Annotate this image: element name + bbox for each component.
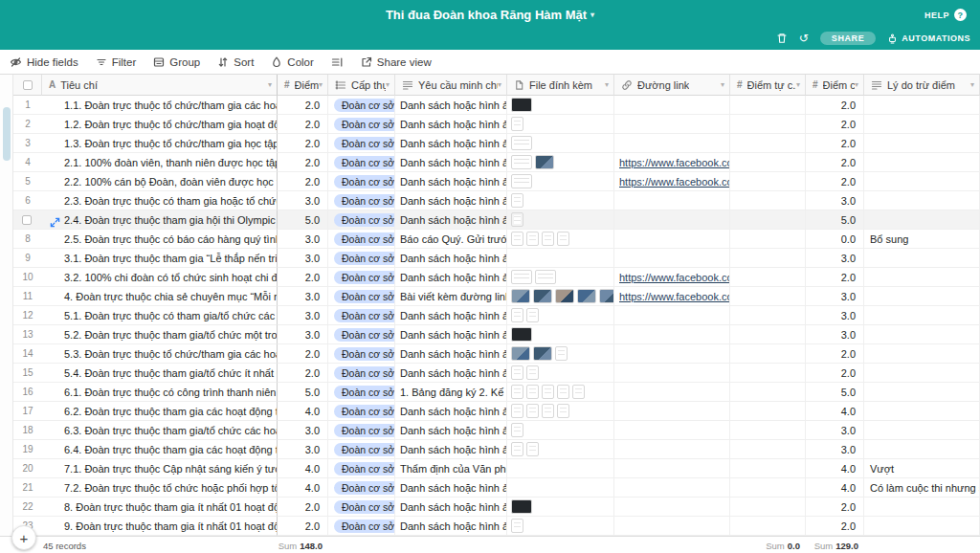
cell-diem[interactable]: 2.0 [278, 153, 328, 172]
attachment-thumbnail[interactable] [511, 385, 523, 399]
row-handle-cell[interactable]: 2 [13, 115, 42, 134]
cell-diem-tu-cham[interactable] [730, 230, 806, 249]
cell-ly-do-tru-diem[interactable] [864, 402, 980, 421]
cell-tieu-chi[interactable]: 5.4. Đoàn trực thuộc tham gia/tổ chức ít… [42, 364, 278, 383]
attachment-thumbnail[interactable] [511, 327, 532, 342]
column-header-cap[interactable]: Cấp thự...▾ [328, 75, 395, 96]
chevron-down-icon[interactable]: ▾ [721, 80, 724, 89]
cell-diem-tu-cham[interactable] [730, 402, 806, 421]
row-handle-cell[interactable]: 12 [13, 306, 42, 325]
cell-diem-cham[interactable]: 2.0 [806, 115, 864, 134]
cell-file-dinh-kem[interactable] [507, 249, 614, 268]
cell-yeu-cau-minh-chung[interactable]: Danh sách hoặc hình ảnh (... [395, 325, 507, 344]
cell-diem-cham[interactable]: 5.0 [806, 210, 864, 230]
cell-duong-link[interactable] [614, 96, 730, 115]
row-handle-cell[interactable]: 16 [13, 383, 42, 402]
cell-ly-do-tru-diem[interactable] [864, 517, 980, 536]
attachment-thumbnail[interactable] [526, 308, 539, 322]
chevron-down-icon[interactable]: ▾ [498, 80, 501, 89]
cell-tieu-chi[interactable]: 6.1. Đoàn trực thuộc có công trình thanh… [42, 383, 278, 402]
cell-duong-link[interactable]: https://www.facebook.com... [614, 287, 730, 306]
cell-diem-cham[interactable]: 4.0 [806, 459, 864, 478]
attachment-thumbnail[interactable] [577, 289, 596, 303]
cell-yeu-cau-minh-chung[interactable]: Bài viết kèm đường link Đi... [395, 287, 507, 306]
cell-diem-tu-cham[interactable] [730, 306, 806, 325]
cell-diem-cham[interactable]: 0.0 [806, 230, 864, 249]
cell-diem[interactable]: 5.0 [278, 210, 328, 230]
column-header-diem[interactable]: #Điểm▾ [278, 75, 328, 96]
cell-diem-tu-cham[interactable] [730, 498, 806, 517]
cell-file-dinh-kem[interactable] [507, 440, 614, 459]
cell-diem-cham[interactable]: 3.0 [806, 306, 864, 325]
cell-tieu-chi[interactable]: 3.1. Đoàn trực thuộc tham gia “Lễ thắp n… [42, 249, 278, 268]
url-link[interactable]: https://www.facebook.com... [619, 272, 730, 283]
cell-file-dinh-kem[interactable] [507, 325, 614, 344]
cell-diem[interactable]: 3.0 [278, 421, 328, 440]
cell-diem-cham[interactable]: 3.0 [806, 325, 864, 344]
cell-ly-do-tru-diem[interactable] [864, 96, 980, 115]
attachment-thumbnail[interactable] [511, 519, 523, 533]
row-height-button[interactable] [331, 56, 344, 68]
cell-yeu-cau-minh-chung[interactable]: Danh sách hoặc hình ảnh (... [395, 268, 507, 287]
row-checkbox[interactable] [22, 215, 32, 225]
attachment-thumbnail[interactable] [511, 308, 523, 322]
color-button[interactable]: Color [271, 56, 313, 68]
cell-cap-thuc-hien[interactable]: Đoàn cơ sởC [328, 230, 395, 249]
cell-yeu-cau-minh-chung[interactable]: Danh sách hoặc hình ảnh (... [395, 191, 507, 210]
cell-ly-do-tru-diem[interactable] [864, 115, 980, 134]
cell-cap-thuc-hien[interactable]: Đoàn cơ sở [328, 134, 395, 153]
cell-duong-link[interactable] [614, 364, 730, 383]
cell-diem-tu-cham[interactable] [730, 153, 806, 172]
attachment-thumbnail[interactable] [526, 365, 539, 380]
cell-tieu-chi[interactable]: 7.2. Đoàn trực thuộc tổ chức hoặc phối h… [42, 478, 278, 498]
cell-yeu-cau-minh-chung[interactable]: Danh sách hoặc hình ảnh (... [395, 306, 507, 325]
attachment-thumbnail[interactable] [599, 289, 614, 303]
chevron-down-icon[interactable]: ▾ [605, 80, 609, 89]
cell-duong-link[interactable] [614, 191, 730, 210]
cell-duong-link[interactable]: https://www.facebook.com... [614, 172, 730, 191]
cell-yeu-cau-minh-chung[interactable]: Danh sách hoặc hình ảnh (... [395, 210, 507, 230]
cell-tieu-chi[interactable]: 1.3. Đoàn trực thuộc tổ chức/tham gia họ… [42, 134, 278, 153]
chevron-down-icon[interactable]: ▾ [268, 80, 272, 89]
cell-diem[interactable]: 2.0 [278, 517, 328, 536]
cell-diem-tu-cham[interactable] [730, 268, 806, 287]
attachment-thumbnail[interactable] [557, 232, 569, 246]
cell-yeu-cau-minh-chung[interactable]: Danh sách hoặc hình ảnh (... [395, 134, 507, 153]
cell-diem[interactable]: 2.0 [278, 115, 328, 134]
base-title[interactable]: Thi đua Đoàn khoa Răng Hàm Mặt▾ [0, 8, 980, 22]
cell-cap-thuc-hien[interactable]: Đoàn cơ sở [328, 364, 395, 383]
cell-diem-cham[interactable]: 5.0 [806, 383, 864, 402]
group-button[interactable]: Group [153, 56, 200, 68]
attachment-thumbnail[interactable] [542, 385, 554, 399]
cell-yeu-cau-minh-chung[interactable]: Danh sách hoặc hình ảnh (... [395, 402, 507, 421]
cell-diem-tu-cham[interactable] [730, 344, 806, 364]
attachment-thumbnail[interactable] [572, 385, 585, 399]
cell-cap-thuc-hien[interactable]: Đoàn cơ sở [328, 383, 395, 402]
cell-ly-do-tru-diem[interactable] [864, 172, 980, 191]
cell-diem[interactable]: 2.0 [278, 364, 328, 383]
cell-file-dinh-kem[interactable] [507, 306, 614, 325]
cell-cap-thuc-hien[interactable]: Đoàn cơ sởC [328, 172, 395, 191]
cell-cap-thuc-hien[interactable]: Đoàn cơ sở [328, 306, 395, 325]
cell-file-dinh-kem[interactable] [507, 172, 614, 191]
attachment-thumbnail[interactable] [526, 442, 539, 456]
cell-yeu-cau-minh-chung[interactable]: Danh sách hoặc hình ảnh (... [395, 421, 507, 440]
chevron-down-icon[interactable]: ▾ [970, 80, 974, 89]
row-handle-cell[interactable]: 13 [13, 325, 42, 344]
cell-diem-tu-cham[interactable] [730, 172, 806, 191]
row-handle-cell[interactable] [13, 210, 42, 230]
cell-tieu-chi[interactable]: 1.1. Đoàn trực thuộc tổ chức/tham gia cá… [42, 96, 278, 115]
cell-ly-do-tru-diem[interactable] [864, 440, 980, 459]
attachment-thumbnail[interactable] [511, 136, 532, 150]
cell-diem-cham[interactable]: 3.0 [806, 440, 864, 459]
cell-diem[interactable]: 3.0 [278, 249, 328, 268]
cell-diem-tu-cham[interactable] [730, 210, 806, 230]
cell-cap-thuc-hien[interactable]: Đoàn cơ sở [328, 478, 395, 498]
cell-file-dinh-kem[interactable] [507, 134, 614, 153]
cell-duong-link[interactable] [614, 517, 730, 536]
cell-tieu-chi[interactable]: 2.5. Đoàn trực thuộc có báo cáo hàng quý… [42, 230, 278, 249]
cell-cap-thuc-hien[interactable]: Đoàn cơ sở [328, 210, 395, 230]
cell-tieu-chi[interactable]: 6.2. Đoàn trực thuộc tham gia các hoạt đ… [42, 402, 278, 421]
cell-diem-tu-cham[interactable] [730, 134, 806, 153]
cell-duong-link[interactable] [614, 498, 730, 517]
